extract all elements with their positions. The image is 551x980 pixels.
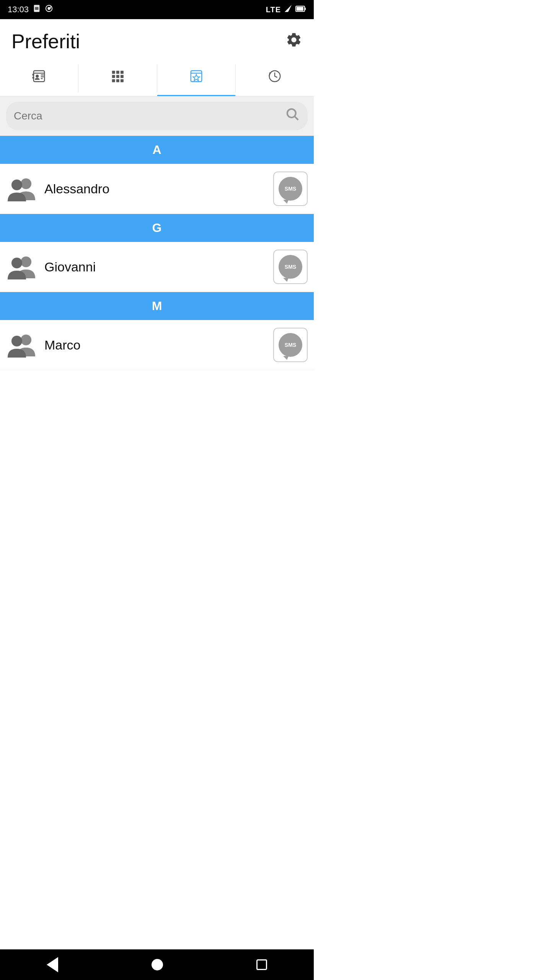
sms-label-giovanni: SMS — [285, 264, 296, 270]
svg-rect-20 — [116, 75, 119, 78]
settings-icon[interactable] — [285, 31, 302, 52]
sms-bubble-giovanni: SMS — [279, 255, 302, 279]
svg-rect-23 — [116, 79, 119, 82]
battery-icon — [295, 5, 306, 15]
tab-favorites[interactable] — [157, 60, 235, 96]
svg-line-31 — [295, 117, 298, 120]
section-letter-m: M — [152, 299, 162, 313]
svg-point-30 — [287, 109, 296, 118]
page-title: Preferiti — [11, 30, 80, 53]
tab-bar — [0, 60, 314, 96]
avatar-marco — [6, 332, 37, 358]
contact-name-giovanni: Giovanni — [44, 260, 273, 274]
svg-rect-17 — [116, 71, 119, 74]
sms-bubble-alessandro: SMS — [279, 177, 302, 201]
section-letter-g: G — [152, 221, 162, 235]
search-container — [0, 96, 314, 136]
search-input[interactable] — [14, 110, 282, 122]
contacts-icon — [32, 69, 46, 87]
svg-point-33 — [11, 180, 22, 190]
sms-label-marco: SMS — [285, 342, 296, 348]
search-box — [6, 102, 308, 130]
lte-icon: LTE — [266, 5, 281, 14]
at-icon — [45, 4, 53, 15]
section-header-m: M — [0, 292, 314, 320]
signal-icon — [284, 4, 292, 15]
sms-button-marco[interactable]: SMS — [273, 328, 308, 362]
svg-rect-8 — [34, 71, 45, 82]
status-bar: 13:03 LTE — [0, 0, 314, 19]
svg-rect-7 — [297, 7, 303, 11]
svg-rect-11 — [33, 77, 34, 79]
section-header-g: G — [0, 214, 314, 242]
svg-rect-25 — [191, 71, 202, 82]
svg-marker-4 — [285, 5, 292, 12]
svg-point-36 — [21, 335, 31, 345]
contact-row-alessandro[interactable]: Alessandro SMS — [0, 164, 314, 214]
sim-icon — [33, 4, 41, 15]
favorites-icon — [189, 69, 204, 87]
svg-rect-18 — [121, 71, 124, 74]
section-header-a: A — [0, 136, 314, 164]
sms-bubble-marco: SMS — [279, 333, 302, 357]
svg-point-32 — [21, 178, 31, 189]
svg-rect-1 — [35, 7, 38, 10]
avatar-giovanni — [6, 253, 37, 280]
svg-rect-22 — [112, 79, 115, 82]
status-left: 13:03 — [8, 4, 53, 15]
contact-name-marco: Marco — [44, 338, 273, 353]
app-header: Preferiti — [0, 19, 314, 60]
section-letter-a: A — [152, 143, 161, 157]
tab-recent[interactable] — [236, 60, 314, 96]
contact-row-giovanni[interactable]: Giovanni SMS — [0, 242, 314, 292]
grid-icon — [110, 69, 125, 87]
svg-rect-10 — [33, 74, 34, 76]
recent-icon — [267, 69, 282, 87]
svg-rect-6 — [305, 8, 306, 10]
svg-marker-27 — [193, 74, 199, 81]
svg-rect-24 — [121, 79, 124, 82]
sms-label-alessandro: SMS — [285, 186, 296, 192]
svg-rect-21 — [121, 75, 124, 78]
svg-point-35 — [11, 258, 22, 268]
search-icon — [285, 107, 300, 125]
svg-point-34 — [21, 256, 31, 267]
status-right: LTE — [266, 4, 306, 15]
contact-row-marco[interactable]: Marco SMS — [0, 320, 314, 370]
tab-grid[interactable] — [78, 60, 156, 96]
sms-button-alessandro[interactable]: SMS — [273, 172, 308, 206]
svg-point-12 — [36, 75, 39, 78]
svg-point-37 — [11, 336, 22, 346]
tab-contacts[interactable] — [0, 60, 78, 96]
svg-rect-16 — [112, 71, 115, 74]
svg-rect-19 — [112, 75, 115, 78]
avatar-alessandro — [6, 175, 37, 202]
contact-name-alessandro: Alessandro — [44, 181, 273, 196]
time-display: 13:03 — [8, 5, 29, 15]
sms-button-giovanni[interactable]: SMS — [273, 250, 308, 284]
content-spacer — [0, 370, 314, 485]
svg-point-3 — [47, 7, 50, 10]
